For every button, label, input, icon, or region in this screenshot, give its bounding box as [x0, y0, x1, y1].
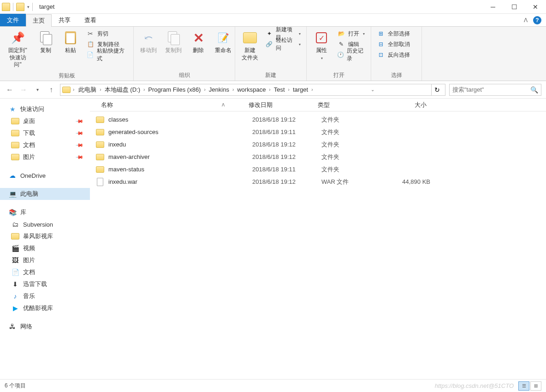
close-button[interactable]: ✕	[525, 0, 546, 14]
chevron-right-icon[interactable]: ›	[202, 87, 207, 92]
easy-access-button[interactable]: 🔗轻松访问▾	[264, 39, 303, 49]
history-button[interactable]: 🕐历史记录	[335, 50, 367, 60]
nav-storm[interactable]: 暴风影视库	[0, 230, 90, 242]
group-label: 选择	[375, 70, 418, 81]
back-button[interactable]: ←	[5, 85, 15, 95]
tab-file[interactable]: 文件	[0, 14, 26, 26]
search-box[interactable]: 🔍	[449, 84, 541, 96]
addr-dropdown-icon[interactable]: ⌄	[369, 87, 376, 92]
svn-icon: 🗂	[11, 220, 19, 228]
address-bar[interactable]: › 此电脑›本地磁盘 (D:)›Program Files (x86)›Jenk…	[60, 84, 445, 96]
file-list[interactable]: classes2018/6/18 19:12文件夹generated-sourc…	[90, 111, 546, 377]
delete-button[interactable]: ✕ 删除	[187, 29, 209, 56]
nav-music[interactable]: ♪音乐	[0, 290, 90, 302]
chevron-right-icon[interactable]: ›	[98, 87, 102, 92]
tab-view[interactable]: 查看	[77, 14, 103, 26]
nav-quick-access[interactable]: ★快速访问	[0, 103, 90, 115]
history-icon: 🕐	[337, 51, 344, 59]
properties-button[interactable]: ✓ 属性 ▾	[310, 29, 332, 62]
maximize-button[interactable]: ☐	[504, 0, 525, 14]
minimize-button[interactable]: ─	[482, 0, 504, 14]
chevron-right-icon[interactable]: ›	[231, 87, 235, 92]
paste-shortcut-button[interactable]: 📄粘贴快捷方式	[84, 50, 130, 60]
file-row[interactable]: maven-status2018/6/18 19:11文件夹	[90, 163, 546, 176]
icons-view-button[interactable]: ⊞	[530, 381, 541, 391]
chevron-right-icon[interactable]: ›	[267, 87, 272, 92]
move-to-button[interactable]: ⤺ 移动到	[137, 29, 160, 56]
col-header-name[interactable]: 名称ᐱ	[95, 101, 243, 109]
chevron-right-icon[interactable]: ›	[71, 87, 76, 92]
breadcrumb-item[interactable]: Program Files (x86)	[146, 84, 202, 95]
nav-video[interactable]: 🎬视频	[0, 242, 90, 254]
forward-button[interactable]: →	[18, 85, 29, 95]
select-all-button[interactable]: ⊞全部选择	[375, 29, 412, 39]
nav-documents2[interactable]: 📄文档	[0, 266, 90, 278]
group-label: 打开	[310, 70, 367, 81]
collapse-ribbon-icon[interactable]: ᐱ	[524, 17, 528, 23]
invert-selection-button[interactable]: ⊡反向选择	[375, 50, 412, 60]
pin-icon: 📌	[75, 117, 83, 125]
chevron-right-icon[interactable]: ›	[310, 87, 314, 92]
cloud-icon: ☁	[8, 171, 17, 180]
breadcrumb-item[interactable]: 本地磁盘 (D:)	[103, 84, 142, 95]
file-row[interactable]: inxedu2018/6/18 19:12文件夹	[90, 138, 546, 151]
new-folder-button[interactable]: 新建 文件夹	[239, 29, 261, 63]
new-item-icon: ✦	[266, 29, 273, 38]
cut-button[interactable]: ✂剪切	[84, 29, 130, 39]
youku-icon: ▶	[11, 304, 19, 312]
recent-dropdown[interactable]: ▾	[32, 85, 42, 95]
nav-xunlei[interactable]: ⬇迅雷下载	[0, 278, 90, 290]
nav-desktop[interactable]: 桌面📌	[0, 115, 90, 127]
nav-downloads[interactable]: 下载📌	[0, 127, 90, 139]
breadcrumb-item[interactable]: Jenkins	[207, 84, 231, 95]
nav-documents[interactable]: 文档📌	[0, 139, 90, 151]
breadcrumb-item[interactable]: Test	[272, 84, 287, 95]
tab-home[interactable]: 主页	[26, 14, 52, 27]
qat-dropdown-icon[interactable]: ▾	[27, 5, 30, 9]
folder-icon	[95, 165, 105, 174]
search-input[interactable]	[452, 86, 530, 93]
tab-share[interactable]: 共享	[52, 14, 77, 26]
nav-pictures[interactable]: 图片📌	[0, 151, 90, 163]
pin-to-quick-access-button[interactable]: 📌 固定到" 快速访问"	[4, 29, 32, 70]
file-row[interactable]: maven-archiver2018/6/18 19:12文件夹	[90, 151, 546, 163]
nav-subversion[interactable]: 🗂Subversion	[0, 218, 90, 230]
breadcrumb-item[interactable]: target	[291, 84, 310, 95]
breadcrumb-item[interactable]: workspace	[235, 84, 267, 95]
nav-onedrive[interactable]: ☁OneDrive	[0, 170, 90, 181]
up-button[interactable]: ↑	[46, 85, 56, 95]
file-date: 2018/6/18 19:12	[247, 116, 316, 123]
refresh-button[interactable]: ↻	[431, 84, 443, 95]
copy-to-button[interactable]: 复制到	[162, 29, 184, 56]
open-button[interactable]: 📂打开▾	[335, 29, 367, 39]
file-row[interactable]: inxedu.war2018/6/18 19:12WAR 文件44,890 KB	[90, 176, 546, 188]
breadcrumb-item[interactable]: 此电脑	[77, 84, 98, 95]
folder-icon	[95, 115, 105, 124]
nav-this-pc[interactable]: 💻此电脑	[0, 188, 90, 200]
col-header-date[interactable]: 修改日期	[243, 101, 312, 109]
nav-youku[interactable]: ▶优酷影视库	[0, 302, 90, 314]
select-none-button[interactable]: ⊟全部取消	[375, 39, 412, 49]
ribbon: 📌 固定到" 快速访问" 复制 粘贴 ✂剪切 📋复制路径 📄粘贴快捷方式 剪贴板…	[0, 27, 546, 81]
help-icon[interactable]: ?	[533, 16, 541, 24]
nav-pictures2[interactable]: 🖼图片	[0, 254, 90, 266]
nav-library[interactable]: 📚库	[0, 206, 90, 218]
file-row[interactable]: generated-sources2018/6/18 19:11文件夹	[90, 126, 546, 138]
col-header-size[interactable]: 大小	[381, 101, 432, 109]
paste-button[interactable]: 粘贴	[59, 29, 82, 56]
file-size: 44,890 KB	[385, 178, 436, 185]
file-row[interactable]: classes2018/6/18 19:12文件夹	[90, 113, 546, 126]
folder-icon[interactable]	[16, 3, 24, 11]
details-view-button[interactable]: ☰	[518, 381, 529, 391]
navigation-pane[interactable]: ★快速访问 桌面📌 下载📌 文档📌 图片📌 ☁OneDrive 💻此电脑 📚库 …	[0, 99, 90, 377]
col-header-type[interactable]: 类型	[312, 101, 381, 109]
search-icon[interactable]: 🔍	[530, 86, 538, 94]
nav-network[interactable]: 🖧网络	[0, 321, 90, 333]
rename-button[interactable]: 📝 重命名	[212, 29, 234, 56]
properties-icon: ✓	[314, 30, 329, 45]
app-icon[interactable]	[2, 3, 10, 11]
chevron-right-icon[interactable]: ›	[287, 87, 291, 92]
chevron-right-icon[interactable]: ›	[142, 87, 146, 92]
network-icon: 🖧	[8, 322, 17, 331]
copy-button[interactable]: 复制	[35, 29, 57, 56]
